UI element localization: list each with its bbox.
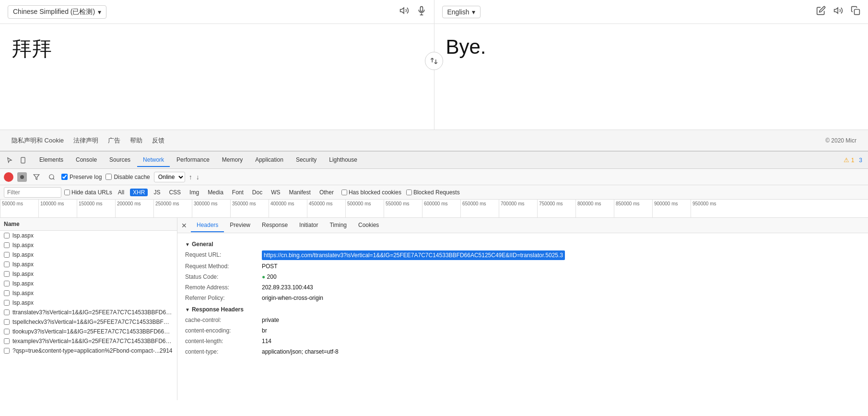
target-lang-select[interactable]: English ▾: [442, 6, 481, 18]
timeline-tick: 350000 ms: [230, 200, 269, 218]
request-url-value[interactable]: https://cn.bing.com/ttranslatev3?isVerti…: [262, 250, 565, 260]
content-encoding-label: content-encoding:: [185, 326, 262, 335]
response-headers-section-header[interactable]: ▼ Response Headers: [185, 306, 860, 313]
timeline-tick: 550000 ms: [384, 200, 422, 218]
record-button[interactable]: [4, 172, 13, 182]
file-list-item[interactable]: tspellcheckv3?isVertical=1&&IG=25FEE7A7C…: [0, 317, 177, 327]
blocked-requests-checkbox[interactable]: Blocked Requests: [406, 189, 460, 196]
tab-lighthouse[interactable]: Lighthouse: [323, 154, 363, 167]
type-all-btn[interactable]: All: [115, 189, 127, 196]
type-manifest-btn[interactable]: Manifest: [286, 189, 314, 196]
details-tab-initiator[interactable]: Initiator: [293, 219, 324, 232]
timeline-tick: 50000 ms: [0, 200, 38, 218]
tab-security[interactable]: Security: [290, 154, 322, 167]
file-list-item[interactable]: lsp.aspx: [0, 260, 177, 269]
target-edit-icon[interactable]: [816, 6, 826, 18]
file-name-label: lsp.aspx: [12, 242, 34, 249]
target-lang-label: English: [447, 8, 469, 16]
footer-privacy[interactable]: 隐私声明和 Cookie: [12, 136, 64, 145]
status-code-value: ● 200: [262, 273, 277, 281]
type-other-btn[interactable]: Other: [317, 189, 337, 196]
devtools-cursor-icon[interactable]: [4, 155, 15, 166]
request-url-label: Request URL:: [185, 250, 262, 259]
details-tab-response[interactable]: Response: [256, 219, 293, 232]
file-list-item[interactable]: lsp.aspx: [0, 250, 177, 260]
content-type-row: content-type: application/json; charset=…: [185, 347, 860, 356]
type-xhr-btn[interactable]: XHR: [130, 189, 148, 196]
preserve-log-checkbox[interactable]: Preserve log: [61, 174, 102, 180]
file-list-item[interactable]: ?qsp=true&content-type=application%2Fbon…: [0, 346, 177, 356]
type-js-btn[interactable]: JS: [151, 189, 163, 196]
type-img-btn[interactable]: Img: [187, 189, 202, 196]
source-lang-select[interactable]: Chinese Simplified (已检测) ▾: [8, 5, 106, 19]
source-mic-icon[interactable]: [417, 6, 426, 18]
target-text-area: Bye.: [434, 24, 868, 130]
status-code-label: Status Code:: [185, 273, 262, 281]
file-name-label: lsp.aspx: [12, 232, 34, 239]
timeline-tick: 900000 ms: [652, 200, 691, 218]
target-lang-chevron: ▾: [472, 8, 475, 16]
tab-memory[interactable]: Memory: [216, 154, 248, 167]
file-name-label: lsp.aspx: [12, 251, 34, 258]
details-tab-timing[interactable]: Timing: [324, 219, 352, 232]
details-tab-cookies[interactable]: Cookies: [352, 219, 385, 232]
file-list-item[interactable]: lsp.aspx: [0, 269, 177, 279]
footer-legal[interactable]: 法律声明: [73, 136, 98, 145]
devtools-device-icon[interactable]: [17, 155, 29, 166]
file-name-label: texamplev3?isVertical=1&&IG=25FEE7A7C7C1…: [12, 338, 173, 345]
has-blocked-cookies-checkbox[interactable]: Has blocked cookies: [341, 189, 401, 196]
timeline-tick: 300000 ms: [192, 200, 230, 218]
timeline-tick: 950000 ms: [691, 200, 729, 218]
file-list-item[interactable]: lsp.aspx: [0, 288, 177, 298]
tab-sources[interactable]: Sources: [104, 154, 136, 167]
hide-data-urls-checkbox[interactable]: Hide data URLs: [64, 189, 112, 196]
file-list-item[interactable]: tlookupv3?isVertical=1&&IG=25FEE7A7C7C14…: [0, 327, 177, 336]
general-section-header[interactable]: ▼ General: [185, 241, 860, 248]
tab-application[interactable]: Application: [249, 154, 289, 167]
source-text: 拜拜: [12, 36, 52, 62]
target-copy-icon[interactable]: [851, 6, 860, 18]
disable-cache-checkbox[interactable]: Disable cache: [106, 174, 150, 180]
tab-elements[interactable]: Elements: [34, 154, 69, 167]
source-sound-icon[interactable]: [399, 6, 409, 18]
footer-help[interactable]: 帮助: [130, 136, 142, 145]
type-ws-btn[interactable]: WS: [268, 189, 283, 196]
type-font-btn[interactable]: Font: [229, 189, 246, 196]
general-arrow-icon: ▼: [185, 242, 190, 247]
throttle-select[interactable]: Online: [154, 172, 185, 182]
details-tab-preview[interactable]: Preview: [224, 219, 256, 232]
file-list-item[interactable]: lsp.aspx: [0, 240, 177, 250]
timeline-tick: 400000 ms: [269, 200, 307, 218]
request-url-row: Request URL: https://cn.bing.com/ttransl…: [185, 250, 860, 260]
tab-network[interactable]: Network: [137, 154, 170, 167]
file-list-item[interactable]: texamplev3?isVertical=1&&IG=25FEE7A7C7C1…: [0, 336, 177, 346]
remote-address-value: 202.89.233.100:443: [262, 283, 313, 292]
footer-ads[interactable]: 广告: [108, 136, 120, 145]
tab-console[interactable]: Console: [70, 154, 103, 167]
details-close-button[interactable]: ✕: [177, 219, 191, 232]
target-sound-icon[interactable]: [833, 6, 843, 18]
type-media-btn[interactable]: Media: [205, 189, 226, 196]
file-list-item[interactable]: lsp.aspx: [0, 231, 177, 240]
details-tab-headers[interactable]: Headers: [191, 219, 224, 232]
referrer-policy-value: origin-when-cross-origin: [262, 294, 323, 302]
stop-button[interactable]: [17, 172, 27, 182]
filter-input[interactable]: [4, 187, 61, 198]
status-code-row: Status Code: ● 200: [185, 273, 860, 281]
file-name-label: lsp.aspx: [12, 299, 34, 306]
swap-languages-button[interactable]: [425, 52, 443, 70]
source-text-area[interactable]: 拜拜: [0, 24, 434, 130]
tab-performance[interactable]: Performance: [171, 154, 215, 167]
devtools-panel: Elements Console Sources Network Perform…: [0, 151, 868, 400]
referrer-policy-row: Referrer Policy: origin-when-cross-origi…: [185, 294, 860, 302]
file-list-item[interactable]: lsp.aspx: [0, 298, 177, 308]
timeline-tick: 250000 ms: [153, 200, 192, 218]
filter-icon[interactable]: [31, 171, 42, 183]
type-css-btn[interactable]: CSS: [166, 189, 184, 196]
upload-icon: ↑: [189, 173, 192, 181]
footer-feedback[interactable]: 反馈: [152, 136, 164, 145]
type-doc-btn[interactable]: Doc: [249, 189, 265, 196]
file-list-item[interactable]: lsp.aspx: [0, 279, 177, 288]
file-list-item[interactable]: ttranslatev3?isVertical=1&&IG=25FEE7A7C7…: [0, 308, 177, 317]
search-icon[interactable]: [46, 171, 58, 183]
